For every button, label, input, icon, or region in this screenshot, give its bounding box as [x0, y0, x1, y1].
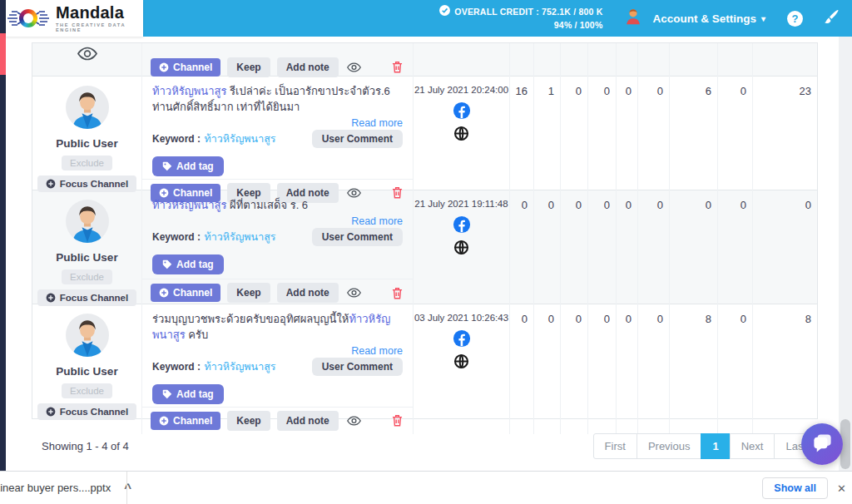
- eye-icon[interactable]: [345, 416, 363, 426]
- keep-button[interactable]: Keep: [227, 57, 270, 77]
- add-tag-button[interactable]: Add tag: [152, 254, 224, 274]
- metric-value: 23: [753, 77, 817, 206]
- metric-value: 0: [670, 190, 718, 306]
- delete-icon[interactable]: [390, 414, 404, 427]
- channel-button[interactable]: Channel: [151, 58, 220, 77]
- metric-value: 0: [534, 304, 561, 434]
- metric-value: 16: [510, 77, 534, 206]
- metric-value: 8: [670, 304, 718, 434]
- metric-value: 0: [561, 77, 588, 206]
- eye-icon[interactable]: [76, 47, 99, 61]
- credit-percent: 94% / 100%: [439, 19, 602, 32]
- facebook-icon[interactable]: [453, 101, 471, 121]
- brush-icon[interactable]: [823, 9, 839, 28]
- channel-button-label: Channel: [173, 62, 212, 73]
- keyword-value[interactable]: ท้าวหิรัญพนาสูร: [204, 133, 275, 145]
- channel-button-label: Channel: [173, 415, 212, 427]
- exclude-button[interactable]: Exclude: [62, 156, 112, 170]
- post-date: 03 July 2021 10:26:43: [414, 313, 508, 323]
- add-note-button[interactable]: Add note: [277, 411, 339, 431]
- pagination-page-1[interactable]: 1: [701, 433, 730, 459]
- channel-button[interactable]: Channel: [151, 412, 220, 430]
- avatar: [66, 314, 109, 360]
- keyword-value[interactable]: ท้าวหิรัญพนาสูร: [204, 361, 275, 373]
- keep-button[interactable]: Keep: [227, 283, 270, 303]
- read-more-link[interactable]: Read more: [152, 117, 403, 129]
- add-tag-button[interactable]: Add tag: [152, 156, 224, 176]
- chevron-up-icon[interactable]: ^: [124, 481, 131, 495]
- metric-value: 0: [638, 190, 670, 306]
- add-tag-label: Add tag: [176, 259, 214, 270]
- metric-value: 0: [510, 190, 534, 306]
- metric-value: 0: [753, 190, 817, 306]
- top-navbar: OVERALL CREDIT : 752.1K / 800 K 94% / 10…: [143, 0, 852, 37]
- website-globe-icon[interactable]: [453, 126, 469, 143]
- user-comment-badge: User Comment: [312, 228, 403, 246]
- focus-channel-button[interactable]: Focus Channel: [37, 289, 136, 306]
- facebook-icon[interactable]: [453, 215, 471, 235]
- facebook-icon[interactable]: [453, 329, 471, 349]
- credit-label: OVERALL CREDIT : 752.1K / 800 K: [454, 6, 602, 18]
- metric-value: 0: [638, 304, 670, 434]
- brand-name: Mandala: [56, 4, 143, 21]
- metric-value: 0: [718, 77, 753, 206]
- table-row: Public User Exclude Focus Channel ท้าวหิ…: [32, 77, 817, 190]
- close-icon[interactable]: ✕: [837, 472, 846, 504]
- table-row: Public User Exclude Focus Channel ร่วมบุ…: [32, 304, 817, 418]
- post-keyword-link[interactable]: ท้าวหิรัญพนาสูร: [152, 199, 226, 211]
- pagination-next[interactable]: Next: [730, 433, 775, 459]
- metric-value: 0: [617, 304, 638, 434]
- exclude-button[interactable]: Exclude: [62, 383, 112, 398]
- delete-icon[interactable]: [390, 61, 404, 73]
- metric-value: 0: [638, 77, 670, 206]
- focus-channel-button[interactable]: Focus Channel: [37, 175, 136, 192]
- metric-value: 0: [617, 190, 638, 306]
- show-all-button[interactable]: Show all: [762, 477, 828, 499]
- help-icon[interactable]: ?: [787, 11, 803, 27]
- metric-value: 0: [588, 190, 617, 306]
- focus-channel-label: Focus Channel: [60, 407, 128, 417]
- metric-value: 0: [561, 190, 588, 306]
- post-date: 21 July 2021 19:11:48: [414, 199, 508, 209]
- collapsed-sidebar[interactable]: [0, 0, 6, 471]
- chat-widget-button[interactable]: [801, 423, 843, 465]
- website-globe-icon[interactable]: [453, 353, 469, 371]
- keyword-value[interactable]: ท้าวหิรัญพนาสูร: [204, 231, 275, 243]
- focus-channel-button[interactable]: Focus Channel: [37, 403, 136, 420]
- add-note-button[interactable]: Add note: [277, 283, 339, 303]
- metric-value: 0: [534, 190, 561, 306]
- keyword-label: Keyword :: [152, 133, 201, 145]
- account-settings-menu[interactable]: Account & Settings ▾: [652, 12, 765, 25]
- table-row-partial: Channel Keep Add note: [32, 43, 817, 77]
- pagination-first[interactable]: First: [593, 433, 637, 459]
- account-avatar: [624, 7, 642, 29]
- metric-value: 1: [534, 77, 561, 206]
- channel-button-label: Channel: [173, 287, 212, 299]
- read-more-link[interactable]: Read more: [152, 215, 403, 227]
- add-note-button[interactable]: Add note: [277, 57, 339, 77]
- website-globe-icon[interactable]: [453, 240, 469, 257]
- sidebar-active-indicator: [0, 33, 6, 75]
- post-keyword-link[interactable]: ท้าวหิรัญพนาสูร: [152, 85, 226, 97]
- download-item[interactable]: Linear buyer pers....pptx ^: [0, 481, 131, 495]
- keep-button[interactable]: Keep: [227, 411, 270, 431]
- read-more-link[interactable]: Read more: [152, 345, 403, 357]
- channel-button[interactable]: Channel: [151, 284, 220, 302]
- scrollbar[interactable]: [839, 37, 852, 471]
- table-row: Public User Exclude Focus Channel ท้าวหิ…: [32, 190, 817, 304]
- mentions-table: Channel Keep Add note: [32, 42, 818, 419]
- user-comment-badge: User Comment: [312, 130, 403, 148]
- brand-logo[interactable]: Mandala THE CREATIVE DATA ENGINE: [6, 0, 143, 37]
- download-filename: Linear buyer pers....pptx: [0, 482, 111, 494]
- eye-icon[interactable]: [345, 62, 363, 72]
- eye-icon[interactable]: [345, 288, 363, 298]
- delete-icon[interactable]: [390, 287, 404, 299]
- overall-credit: OVERALL CREDIT : 752.1K / 800 K 94% / 10…: [439, 5, 602, 32]
- chat-bubble-icon: [811, 432, 834, 457]
- metric-value: 0: [510, 304, 534, 434]
- add-tag-button[interactable]: Add tag: [152, 384, 224, 404]
- user-comment-badge: User Comment: [312, 358, 403, 376]
- metric-value: 6: [670, 77, 718, 206]
- exclude-button[interactable]: Exclude: [62, 269, 112, 284]
- pagination-previous[interactable]: Previous: [637, 433, 702, 459]
